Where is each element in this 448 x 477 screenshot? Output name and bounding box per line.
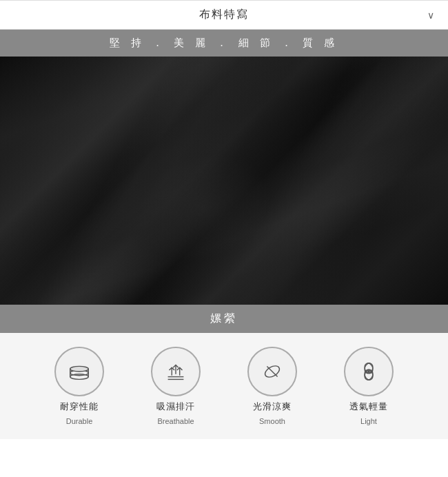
subtitle-text: 堅 持 ． 美 麗 ． 細 節 ． 質 感 <box>110 37 339 48</box>
durable-icon <box>66 358 92 385</box>
subtitle-bar: 堅 持 ． 美 麗 ． 細 節 ． 質 感 <box>0 30 448 57</box>
fabric-texture <box>0 57 448 305</box>
fabric-image <box>0 57 448 305</box>
chevron-down-icon[interactable]: ∨ <box>427 10 434 21</box>
smooth-icon-circle <box>247 347 297 396</box>
svg-point-14 <box>367 370 370 373</box>
feature-light: 透氣輕量 Light <box>324 347 414 425</box>
light-label-en: Light <box>360 417 377 425</box>
smooth-label-cn: 光滑涼爽 <box>253 400 292 413</box>
feature-durable: 耐穿性能 Durable <box>34 347 124 425</box>
top-header: 布料特寫 ∨ <box>0 0 448 30</box>
light-label-cn: 透氣輕量 <box>349 400 388 413</box>
svg-line-9 <box>267 366 277 376</box>
light-icon-circle <box>344 347 394 396</box>
header-title: 布料特寫 <box>199 8 249 22</box>
durable-label-cn: 耐穿性能 <box>60 400 99 413</box>
breathable-label-en: Breathable <box>157 417 194 425</box>
fabric-name-bar: 嫘縈 <box>0 305 448 333</box>
features-section: 耐穿性能 Durable 吸濕排汗 Breathable <box>0 333 448 439</box>
durable-icon-circle <box>54 347 104 396</box>
svg-point-2 <box>70 366 89 372</box>
feature-smooth: 光滑涼爽 Smooth <box>227 347 317 425</box>
feature-breathable: 吸濕排汗 Breathable <box>131 347 221 425</box>
light-icon <box>356 358 382 385</box>
breathable-label-cn: 吸濕排汗 <box>156 400 195 413</box>
durable-label-en: Durable <box>66 417 93 425</box>
smooth-icon <box>259 358 285 385</box>
breathable-icon <box>163 358 189 385</box>
fabric-name-text: 嫘縈 <box>210 312 238 324</box>
smooth-label-en: Smooth <box>259 417 285 425</box>
breathable-icon-circle <box>151 347 201 396</box>
